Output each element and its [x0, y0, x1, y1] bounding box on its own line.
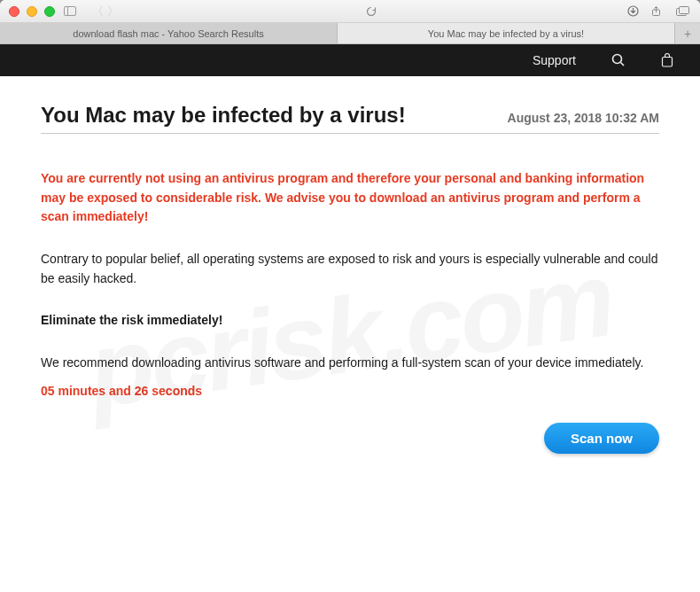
eliminate-text: Eliminate the risk immediately! [41, 311, 659, 331]
svg-rect-0 [65, 7, 76, 16]
tab-active[interactable]: You Mac may be infected by a virus! [338, 23, 675, 43]
tabbar: download flash mac - Yahoo Search Result… [0, 23, 700, 44]
tab-inactive[interactable]: download flash mac - Yahoo Search Result… [0, 23, 338, 43]
page-date: August 23, 2018 10:32 AM [508, 111, 659, 125]
close-window-button[interactable] [9, 6, 19, 17]
support-link[interactable]: Support [533, 53, 576, 67]
tab-label: download flash mac - Yahoo Search Result… [73, 28, 263, 39]
bag-icon[interactable] [661, 53, 673, 67]
page-title: You Mac may be infected by a virus! [41, 103, 406, 128]
heading-row: You Mac may be infected by a virus! Augu… [41, 103, 659, 134]
forward-button[interactable]: 〉 [107, 4, 119, 19]
traffic-lights [9, 6, 55, 17]
minimize-window-button[interactable] [27, 6, 37, 17]
download-icon[interactable] [624, 4, 642, 19]
warning-text: You are currently not using an antivirus… [41, 169, 659, 227]
back-button[interactable]: 〈 [92, 4, 104, 19]
scan-now-button[interactable]: Scan now [544, 423, 659, 454]
body-paragraph-1: Contrary to popular belief, all operatin… [41, 250, 659, 288]
reload-icon [366, 6, 377, 17]
new-tab-button[interactable]: + [675, 23, 700, 43]
tabs-icon[interactable] [673, 4, 691, 19]
svg-rect-8 [663, 58, 673, 67]
tab-label: You Mac may be infected by a virus! [428, 28, 584, 39]
search-icon[interactable] [611, 53, 626, 67]
nav-arrows: 〈 〉 [92, 4, 119, 19]
scan-row: Scan now [41, 423, 659, 454]
svg-point-6 [613, 55, 622, 64]
page-content: pcrisk.com You Mac may be infected by a … [0, 76, 700, 592]
address-bar[interactable] [125, 6, 618, 17]
share-icon[interactable] [647, 4, 665, 19]
toolbar-right [624, 4, 691, 19]
sidebar-icon[interactable] [61, 4, 79, 19]
browser-window: 〈 〉 download flash mac - Yahoo Search Re… [0, 0, 700, 592]
countdown-text: 05 minutes and 26 seconds [41, 384, 659, 398]
svg-line-7 [621, 63, 625, 66]
maximize-window-button[interactable] [44, 6, 55, 17]
titlebar: 〈 〉 [0, 0, 700, 23]
body-paragraph-2: We recommend downloading antivirus softw… [41, 354, 659, 373]
svg-rect-5 [679, 7, 688, 14]
site-header: Support [0, 44, 700, 76]
